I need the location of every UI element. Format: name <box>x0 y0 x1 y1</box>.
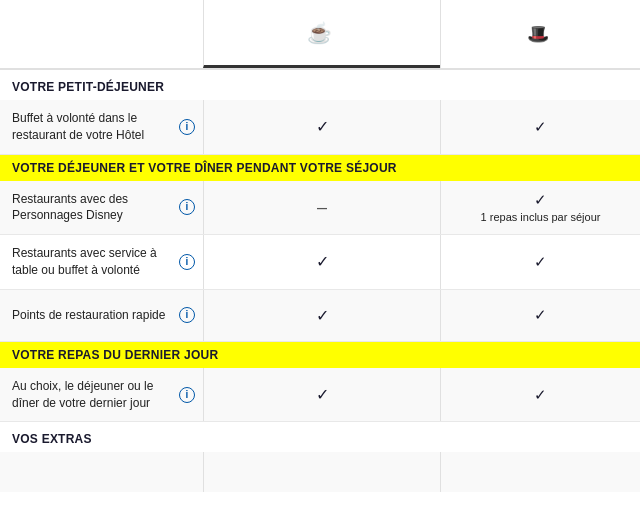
row-label: Buffet à volonté dans le restaurant de v… <box>12 110 173 144</box>
right-checkmark: ✓ <box>534 191 547 209</box>
checkmark: ✓ <box>316 252 329 271</box>
info-icon[interactable]: i <box>179 119 195 135</box>
row-label: Restaurants avec des Personnages Disney <box>12 191 173 225</box>
row-center-col: ✓ <box>203 100 440 154</box>
header-col-extra-plus[interactable]: 🎩 <box>440 0 640 68</box>
section-header: VOTRE PETIT-DÉJEUNER <box>0 70 640 100</box>
header: ☕ 🎩 <box>0 0 640 70</box>
row-label-col: Buffet à volonté dans le restaurant de v… <box>0 100 203 154</box>
section-header: VOS EXTRAS <box>0 422 640 452</box>
info-icon[interactable]: i <box>179 199 195 215</box>
right-checkmark: ✓ <box>534 118 547 136</box>
info-icon[interactable]: i <box>179 254 195 270</box>
row-right-col: ✓ <box>440 290 640 341</box>
right-checkmark: ✓ <box>534 386 547 404</box>
empty-center-col <box>203 452 440 492</box>
highlighted-section-header: VOTRE DÉJEUNER ET VOTRE DÎNER PENDANT VO… <box>0 155 640 181</box>
checkmark: ✓ <box>316 306 329 325</box>
header-col-plus[interactable]: ☕ <box>203 0 440 68</box>
content-area: VOTRE PETIT-DÉJEUNERBuffet à volonté dan… <box>0 70 640 492</box>
row-center-col: ✓ <box>203 235 440 289</box>
right-note: 1 repas inclus par séjour <box>481 211 601 223</box>
empty-right-col <box>440 452 640 492</box>
info-icon[interactable]: i <box>179 307 195 323</box>
row-label-col: Au choix, le déjeuner ou le dîner de vot… <box>0 368 203 422</box>
table-row: Restaurants avec des Personnages Disneyi… <box>0 181 640 236</box>
row-center-col: – <box>203 181 440 235</box>
table-row: Buffet à volonté dans le restaurant de v… <box>0 100 640 155</box>
right-checkmark: ✓ <box>534 253 547 271</box>
row-center-col: ✓ <box>203 368 440 422</box>
row-label-col: Restaurants avec des Personnages Disneyi <box>0 181 203 235</box>
info-icon[interactable]: i <box>179 387 195 403</box>
table-row: Restaurants avec service à table ou buff… <box>0 235 640 290</box>
header-col-pension <box>0 0 203 68</box>
right-checkmark: ✓ <box>534 306 547 324</box>
table-row-empty <box>0 452 640 492</box>
hat-icon: 🎩 <box>527 23 549 45</box>
row-right-col: ✓ <box>440 368 640 422</box>
row-label-col: Points de restauration rapidei <box>0 290 203 341</box>
row-label: Restaurants avec service à table ou buff… <box>12 245 173 279</box>
empty-left-col <box>0 452 203 492</box>
row-label-col: Restaurants avec service à table ou buff… <box>0 235 203 289</box>
checkmark: ✓ <box>316 385 329 404</box>
row-label: Points de restauration rapide <box>12 307 173 324</box>
checkmark: ✓ <box>316 117 329 136</box>
table-row: Points de restauration rapidei✓✓ <box>0 290 640 342</box>
row-label: Au choix, le déjeuner ou le dîner de vot… <box>12 378 173 412</box>
dash: – <box>317 197 327 218</box>
cup-icon: ☕ <box>307 21 332 45</box>
highlighted-section-header: VOTRE REPAS DU DERNIER JOUR <box>0 342 640 368</box>
row-right-col: ✓ <box>440 235 640 289</box>
row-right-col: ✓1 repas inclus par séjour <box>440 181 640 235</box>
table-row: Au choix, le déjeuner ou le dîner de vot… <box>0 368 640 423</box>
row-right-col: ✓ <box>440 100 640 154</box>
row-center-col: ✓ <box>203 290 440 341</box>
